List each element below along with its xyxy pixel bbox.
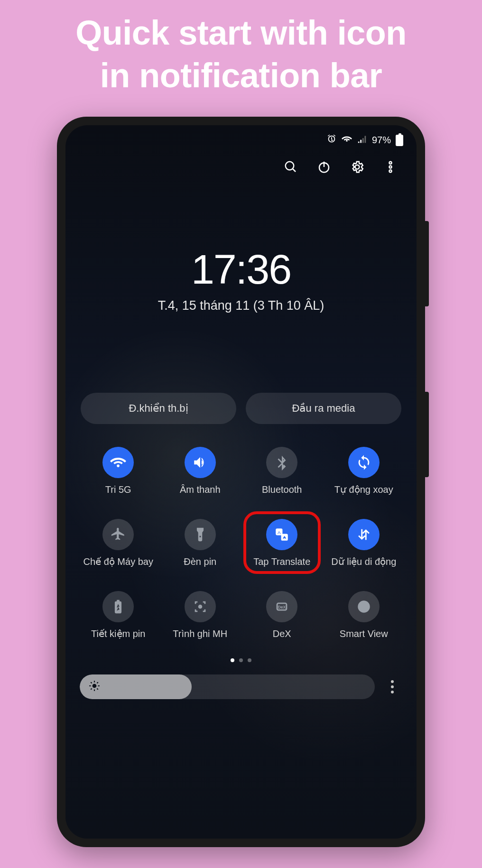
tile-screen-recorder[interactable]: Trình ghi MH	[162, 587, 239, 655]
clock-time: 17:36	[65, 245, 417, 294]
alarm-icon	[326, 134, 337, 147]
wifi-icon	[342, 134, 352, 147]
svg-line-20	[91, 682, 92, 683]
battery-percent: 97%	[372, 135, 391, 146]
brightness-icon	[88, 680, 101, 694]
tile-label: Đèn pin	[184, 556, 216, 579]
svg-text:A: A	[278, 530, 281, 535]
control-pill-row: Đ.khiển th.bị Đầu ra media	[65, 393, 417, 424]
tile-label: Âm thanh	[180, 484, 221, 507]
svg-point-15	[93, 684, 97, 688]
tile-label: DeX	[273, 628, 291, 651]
phone-screen: 97% 17:36 T.4, 15 tháng 11 (3 Th 10 ÂL)	[65, 125, 417, 839]
volume-button	[425, 221, 429, 306]
more-icon[interactable]	[383, 160, 398, 174]
svg-line-23	[97, 682, 98, 683]
panel-action-row	[65, 147, 417, 174]
status-bar: 97%	[65, 125, 417, 147]
wifi-icon	[102, 447, 134, 478]
clock-date: T.4, 15 tháng 11 (3 Th 10 ÂL)	[65, 298, 417, 313]
promo-line-2: in notification bar	[75, 54, 407, 97]
translate-icon: A	[266, 519, 297, 550]
tile-label: Trình ghi MH	[173, 628, 227, 651]
phone-frame: 97% 17:36 T.4, 15 tháng 11 (3 Th 10 ÂL)	[57, 117, 425, 847]
tile-bluetooth[interactable]: Bluetooth	[243, 443, 321, 510]
tile-battery-saver[interactable]: Tiết kiệm pin	[80, 587, 157, 655]
tile-label: Tiết kiệm pin	[91, 628, 145, 651]
promo-line-1: Quick start with icon	[75, 11, 407, 54]
tile-auto-rotate[interactable]: Tự động xoay	[325, 443, 403, 510]
page-dot	[231, 658, 234, 662]
brightness-slider[interactable]	[80, 674, 375, 699]
svg-point-10	[198, 605, 203, 609]
signal-icon	[357, 134, 367, 147]
svg-line-22	[91, 688, 92, 689]
page-dot	[239, 658, 243, 662]
svg-point-6	[389, 170, 392, 172]
dex-icon: DeX	[266, 591, 297, 622]
tile-label: Bluetooth	[262, 484, 302, 507]
tile-label: Tự động xoay	[334, 484, 393, 507]
svg-line-1	[293, 169, 296, 172]
tile-smart-view[interactable]: Smart View	[325, 587, 403, 655]
flashlight-icon	[185, 519, 216, 550]
tile-dex[interactable]: DeX DeX	[243, 587, 321, 655]
tile-label: Smart View	[340, 628, 388, 651]
page-dot	[248, 658, 251, 662]
tile-label: Tap Translate	[253, 556, 310, 579]
data-icon	[348, 519, 380, 550]
tile-label: Chế độ Máy bay	[83, 556, 153, 579]
battery-icon	[396, 135, 403, 146]
svg-point-0	[286, 162, 294, 170]
tile-label: Tri 5G	[105, 484, 131, 507]
brightness-more-icon[interactable]	[382, 677, 402, 697]
svg-point-4	[389, 162, 392, 164]
brightness-row	[80, 674, 402, 699]
promo-headline: Quick start with icon in notification ba…	[75, 11, 407, 97]
settings-icon[interactable]	[350, 160, 364, 174]
svg-point-5	[389, 166, 392, 168]
tile-sound[interactable]: Âm thanh	[162, 443, 239, 510]
quick-settings-grid: Tri 5G Âm thanh Bluetooth Tự động xoay	[65, 424, 417, 655]
svg-text:DeX: DeX	[278, 605, 286, 609]
brightness-fill	[80, 674, 192, 699]
media-output-button[interactable]: Đầu ra media	[246, 393, 401, 424]
tile-flashlight[interactable]: Đèn pin	[162, 515, 239, 582]
tile-airplane[interactable]: Chế độ Máy bay	[80, 515, 157, 582]
clock-area: 17:36 T.4, 15 tháng 11 (3 Th 10 ÂL)	[65, 245, 417, 313]
screen-record-icon	[185, 591, 216, 622]
tile-tap-translate[interactable]: A Tap Translate	[243, 515, 321, 582]
rotate-icon	[348, 447, 380, 478]
svg-line-21	[97, 688, 98, 689]
tile-wifi[interactable]: Tri 5G	[80, 443, 157, 510]
sound-icon	[185, 447, 216, 478]
search-icon[interactable]	[284, 160, 298, 174]
smart-view-icon	[348, 591, 380, 622]
device-control-button[interactable]: Đ.khiển th.bị	[81, 393, 236, 424]
battery-saver-icon	[102, 591, 134, 622]
tile-label: Dữ liệu di động	[331, 556, 396, 579]
airplane-icon	[102, 519, 134, 550]
page-indicator[interactable]	[65, 658, 417, 662]
power-icon[interactable]	[317, 160, 331, 174]
power-button	[425, 392, 429, 477]
tile-mobile-data[interactable]: Dữ liệu di động	[325, 515, 403, 582]
bluetooth-icon	[266, 447, 297, 478]
